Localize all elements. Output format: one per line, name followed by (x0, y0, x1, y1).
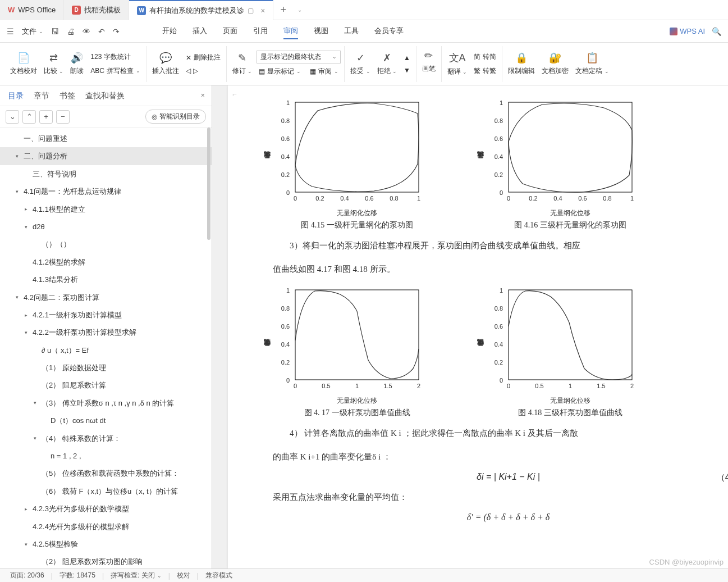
chevron-down-icon[interactable]: ▾ (16, 152, 24, 161)
toc-item[interactable]: ▸4.2.1一级杆泵功图计算模型 (0, 306, 212, 324)
next-change-button[interactable]: ▼ (401, 65, 413, 75)
revise-button[interactable]: ✎修订 ⌄ (230, 51, 254, 77)
markup-display-dropdown[interactable]: 显示标记的最终状态⌄ (257, 51, 341, 63)
chevron-right-icon[interactable]: ▸ (25, 504, 33, 513)
status-proof[interactable]: 校对 (173, 571, 194, 580)
svg-rect-26 (295, 290, 419, 380)
tab-template[interactable]: D 找稻壳模板 (64, 0, 129, 20)
menu-icon[interactable]: ☰ (7, 27, 14, 36)
expand-all-button[interactable]: ⌃ (22, 110, 36, 124)
chevron-right-icon[interactable]: ▸ (25, 204, 33, 213)
toc-item[interactable]: ▸D（t）cos nωt dt (0, 412, 212, 429)
chevron-down-icon[interactable]: ▾ (25, 328, 33, 337)
toc-item[interactable]: ▸4.2.4光杆为多级杆的模型求解 (0, 518, 212, 535)
word-count-button[interactable]: 123 字数统计 (88, 51, 143, 63)
menu-tab-tools[interactable]: 工具 (344, 24, 359, 39)
menu-tab-start[interactable]: 开始 (162, 24, 177, 39)
remove-heading-button[interactable]: − (56, 110, 70, 124)
toc-item[interactable]: ▾4.2问题二：泵功图计算 (0, 289, 212, 306)
chevron-right-icon[interactable]: ▸ (25, 311, 33, 320)
menu-tab-insert[interactable]: 插入 (193, 24, 207, 39)
restrict-edit-button[interactable]: 🔒限制编辑 (506, 51, 537, 77)
toc-item[interactable]: ▸（1） 原始数据处理 (0, 359, 212, 376)
toc-item[interactable]: ▾4.2.2一级杆泵功图计算模型求解 (0, 324, 212, 341)
add-heading-button[interactable]: + (39, 110, 53, 124)
accept-button[interactable]: ✓接受 ⌄ (348, 51, 372, 77)
toc-item[interactable]: ▾4.2.5模型检验 (0, 535, 212, 553)
toc-item[interactable]: ▸（2） 阻尼系数对泵功图的影响 (0, 553, 212, 569)
chevron-down-icon[interactable]: ▾ (34, 434, 42, 443)
close-sidebar-icon[interactable]: × (200, 91, 205, 99)
to-traditional-button[interactable]: 繁 转繁 (471, 65, 498, 77)
toc-item[interactable]: ▸（6） 载荷 F（x,t）与位移u（x, t）的计算 (0, 483, 212, 500)
compare-button[interactable]: ⇄比较 ⌄ (42, 51, 66, 77)
menu-tab-view[interactable]: 视图 (314, 24, 328, 39)
menu-tab-reference[interactable]: 引用 (253, 24, 268, 39)
toc-item[interactable]: ▸（2） 阻尼系数计算 (0, 376, 212, 394)
toc-item[interactable]: ▾d2θ (0, 218, 212, 235)
save-icon[interactable]: 🖫 (51, 27, 59, 36)
read-aloud-button[interactable]: 🔊朗读 (68, 51, 86, 77)
toc-item[interactable]: ▸（5） 位移函数和载荷函数中系数的计算： (0, 465, 212, 482)
pen-button[interactable]: ✏画笔 (420, 48, 438, 75)
scrollbar[interactable] (207, 128, 210, 240)
doc-proof-button[interactable]: 📄文档校对 (8, 51, 39, 77)
encrypt-button[interactable]: 🔐文档加密 (539, 51, 571, 77)
toc-item[interactable]: ▸（）（） (0, 235, 212, 253)
sidebar-tab-find[interactable]: 查找和替换 (85, 91, 125, 101)
status-page[interactable]: 页面: 20/36 (7, 571, 48, 580)
new-tab-button[interactable]: + (273, 4, 293, 16)
insert-comment-button[interactable]: 💬插入批注 (150, 51, 181, 77)
chevron-down-icon[interactable]: ▾ (34, 398, 42, 407)
svg-text:0: 0 (500, 189, 503, 196)
prev-next-comment[interactable]: ◁ ▷ (184, 66, 223, 76)
toc-item[interactable]: ▾（4） 特殊系数的计算： (0, 430, 212, 447)
chevron-down-icon[interactable]: ▾ (16, 187, 24, 196)
search-icon[interactable]: 🔍 (712, 27, 721, 36)
tab-document-active[interactable]: W 有杆抽油系统的数学建模及诊 ▢ × (129, 0, 273, 20)
sidebar-tab-chapters[interactable]: 章节 (34, 91, 49, 101)
toc-item[interactable]: ▸4.1.1模型的建立 (0, 201, 212, 218)
toc-list[interactable]: ▸一、问题重述▾二、问题分析▸三、符号说明▾4.1问题一：光杆悬点运动规律▸4.… (0, 128, 212, 569)
wps-ai-button[interactable]: WPS AI (670, 27, 705, 35)
toc-item[interactable]: ▸4.1.3结果分析 (0, 271, 212, 288)
menu-tab-review[interactable]: 审阅 (283, 24, 298, 39)
smart-toc-button[interactable]: ◎ 智能识别目录 (145, 110, 206, 124)
tab-wps-office[interactable]: W WPS Office (0, 0, 64, 20)
show-markup-button[interactable]: ▤ 显示标记 ⌄ (257, 66, 303, 78)
sidebar-tab-toc[interactable]: 目录 (8, 91, 24, 101)
prev-change-button[interactable]: ▲ (401, 53, 413, 63)
sidebar-tab-bookmarks[interactable]: 书签 (59, 91, 75, 101)
file-menu[interactable]: 文件 ⌄ (22, 26, 43, 37)
preview-icon[interactable]: 👁 (83, 27, 90, 36)
toc-item[interactable]: ▸三、符号说明 (0, 165, 212, 183)
toc-item[interactable]: ▾4.1问题一：光杆悬点运动规律 (0, 183, 212, 200)
chevron-down-icon[interactable]: ▾ (25, 540, 33, 549)
toc-item[interactable]: ▸4.2.3光杆为多级杆的数学模型 (0, 500, 212, 517)
document-area[interactable]: ⌐ 无量纲化载荷 00.20.40.60.81 00.20.40.60.81 (212, 85, 728, 569)
collapse-all-button[interactable]: ⌄ (6, 110, 19, 124)
translate-button[interactable]: 文A翻译 ⌄ (445, 50, 469, 78)
reject-button[interactable]: ✗拒绝 ⌄ (375, 51, 399, 77)
toc-item[interactable]: ▾（3） 傅立叶系数σ n ,τ n ,γ n ,δ n 的计算 (0, 394, 212, 412)
close-icon[interactable]: × (260, 6, 265, 15)
print-icon[interactable]: 🖨 (67, 27, 75, 36)
menu-tab-member[interactable]: 会员专享 (374, 24, 404, 39)
toc-item[interactable]: ▸n = 1 , 2 , (0, 447, 212, 465)
toc-item[interactable]: ▸∂ u（ x,t）= Ef (0, 342, 212, 359)
undo-icon[interactable]: ↶ (98, 27, 105, 36)
toc-item[interactable]: ▸一、问题重述 (0, 130, 212, 147)
toc-item[interactable]: ▸4.1.2模型的求解 (0, 253, 212, 271)
status-words[interactable]: 字数: 18475 (56, 571, 99, 580)
status-spellcheck[interactable]: 拼写检查: 关闭 ⌄ (107, 571, 165, 580)
to-simplified-button[interactable]: 简 转简 (471, 51, 498, 63)
finalize-button[interactable]: 📋文档定稿 ⌄ (573, 51, 611, 77)
chevron-down-icon[interactable]: ▾ (25, 222, 33, 231)
redo-icon[interactable]: ↷ (113, 27, 120, 36)
chevron-down-icon[interactable]: ▾ (16, 293, 24, 302)
chevron-down-icon[interactable]: ⌄ (293, 7, 306, 13)
spell-check-button[interactable]: ABC 拼写检查 ⌄ (88, 65, 143, 77)
review-pane-button[interactable]: ▦ 审阅 ⌄ (308, 66, 341, 78)
menu-tab-page[interactable]: 页面 (223, 24, 237, 39)
toc-item[interactable]: ▾二、问题分析 (0, 147, 212, 165)
